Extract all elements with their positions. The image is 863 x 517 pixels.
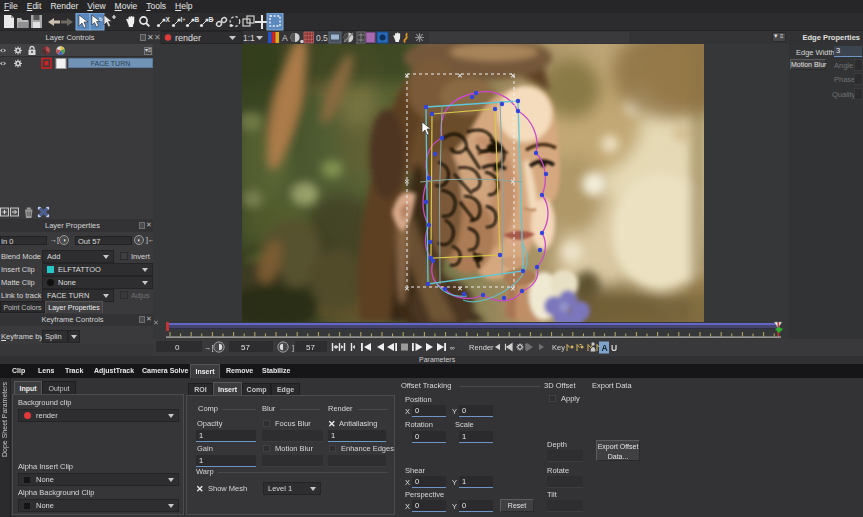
svg-text:1:1: 1:1 bbox=[243, 33, 255, 43]
svg-text:∞: ∞ bbox=[450, 344, 455, 351]
svg-text:✕: ✕ bbox=[510, 285, 516, 292]
svg-text:✕: ✕ bbox=[404, 285, 410, 292]
svg-text:+: + bbox=[183, 16, 186, 22]
svg-text:✕: ✕ bbox=[457, 285, 463, 292]
svg-text:✕: ✕ bbox=[510, 72, 516, 79]
svg-text:+: + bbox=[211, 16, 214, 22]
svg-text:57: 57 bbox=[241, 343, 250, 352]
svg-text:Key: Key bbox=[552, 343, 565, 352]
svg-text:✕: ✕ bbox=[153, 319, 159, 326]
svg-text:✕: ✕ bbox=[510, 178, 516, 185]
svg-text:0: 0 bbox=[175, 343, 180, 352]
svg-text:57: 57 bbox=[306, 343, 315, 352]
svg-text:✕: ✕ bbox=[404, 178, 410, 185]
svg-text:✕: ✕ bbox=[154, 33, 161, 42]
svg-text:A: A bbox=[282, 33, 288, 43]
svg-text:render: render bbox=[175, 33, 201, 43]
svg-text:✕: ✕ bbox=[457, 72, 463, 79]
svg-text:A: A bbox=[602, 343, 608, 353]
svg-text:X: X bbox=[166, 16, 171, 23]
svg-text:✕: ✕ bbox=[404, 72, 410, 79]
svg-text:→[: →[ bbox=[204, 343, 215, 352]
svg-text:B: B bbox=[195, 16, 200, 23]
svg-text:Render: Render bbox=[469, 343, 494, 352]
svg-text:U: U bbox=[611, 343, 617, 353]
svg-text:0.5: 0.5 bbox=[316, 33, 328, 43]
